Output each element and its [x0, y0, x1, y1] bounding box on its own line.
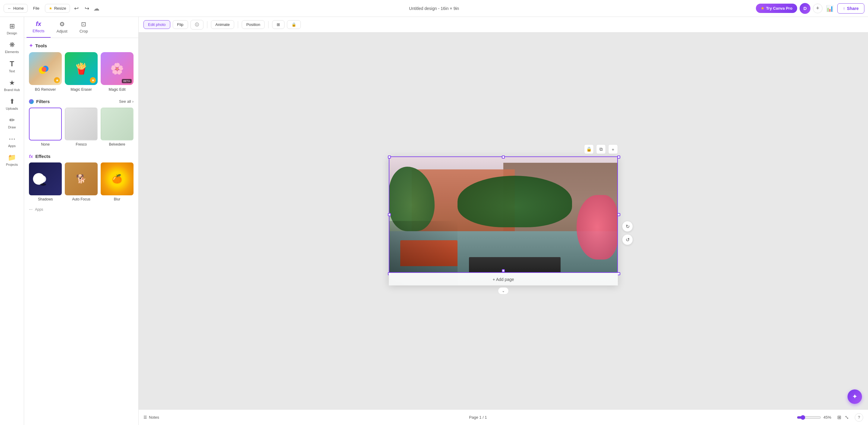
- notes-button[interactable]: ☰ Notes: [144, 415, 159, 420]
- canvas-viewport[interactable]: 🔒 ⧉ +: [138, 33, 868, 409]
- bottom-bar: ☰ Notes Page 1 / 1 45% ⊞ ⤡ ?: [138, 409, 868, 425]
- animate-button[interactable]: Animate: [211, 20, 235, 29]
- effect-blur-preview: 🍊: [101, 162, 133, 195]
- rotate-button[interactable]: ↻: [622, 221, 633, 232]
- help-button[interactable]: ?: [855, 413, 863, 422]
- magic-edit-preview: 🌸 BETA: [101, 52, 133, 85]
- tool-magic-edit[interactable]: 🌸 BETA Magic Edit: [101, 52, 133, 92]
- canvas-area: Edit photo Flip ⓘ Animate Position ⊞ 🔒: [138, 17, 868, 425]
- text-icon: T: [10, 60, 14, 68]
- sidebar-item-elements[interactable]: ❋ Elements: [1, 38, 23, 57]
- sidebar-item-design-label: Design: [7, 31, 17, 35]
- top-controls: 🔒 ⧉ +: [584, 144, 618, 154]
- position-button[interactable]: Position: [242, 20, 265, 29]
- duplicate-ctrl-button[interactable]: ⧉: [596, 144, 606, 154]
- right-controls: ↻ ↺: [622, 221, 633, 245]
- edit-photo-button[interactable]: Edit photo: [144, 20, 170, 29]
- tab-adjust[interactable]: ⚙ Adjust: [51, 17, 73, 38]
- add-page-label: + Add page: [493, 277, 514, 282]
- canvas-image: [389, 156, 618, 285]
- see-all-button[interactable]: See all ›: [119, 99, 133, 104]
- info-button[interactable]: ⓘ: [190, 20, 204, 30]
- analytics-button[interactable]: 📊: [825, 4, 835, 13]
- sidebar-item-uploads[interactable]: ⬆ Uploads: [1, 95, 23, 113]
- crop-tab-label: Crop: [80, 29, 88, 33]
- brand-hub-icon: ★: [9, 79, 15, 87]
- show-hide-icon: ⌄: [502, 289, 505, 293]
- share-icon: ↑: [843, 6, 845, 11]
- tab-crop[interactable]: ⊡ Crop: [73, 17, 94, 38]
- add-page-bar[interactable]: + Add page: [389, 273, 618, 285]
- sidebar-item-brand-hub[interactable]: ★ Brand Hub: [1, 76, 23, 95]
- filter-fresco[interactable]: Fresco: [65, 108, 98, 147]
- sidebar-item-draw-label: Draw: [8, 125, 16, 129]
- add-ctrl-button[interactable]: +: [608, 144, 618, 154]
- grid-view-button[interactable]: ⊞: [836, 413, 842, 421]
- try-pro-star-icon: ★: [761, 6, 764, 10]
- boat-center: [469, 257, 561, 272]
- share-button[interactable]: ↑ Share: [837, 3, 864, 13]
- effect-auto-focus[interactable]: 🐕 Auto Focus: [65, 162, 98, 201]
- tools-label: Tools: [35, 43, 47, 48]
- fullscreen-button[interactable]: ⤡: [844, 413, 850, 421]
- magic-edit-beta-badge: BETA: [122, 79, 132, 83]
- home-label: Home: [13, 6, 24, 10]
- lock-button[interactable]: 🔒: [287, 20, 301, 29]
- effect-autofocus-label: Auto Focus: [72, 197, 90, 201]
- filters-circle-icon: [29, 99, 34, 104]
- filter-belvedere[interactable]: Belvedere: [101, 108, 133, 147]
- add-account-button[interactable]: +: [813, 4, 823, 13]
- home-button[interactable]: ← Home: [4, 4, 28, 13]
- transparency-button[interactable]: ⊞: [272, 20, 284, 29]
- filters-label: Filters: [36, 99, 50, 104]
- view-buttons: ⊞ ⤡: [836, 413, 850, 421]
- sidebar-item-elements-label: Elements: [5, 50, 19, 54]
- resize-button[interactable]: ★ Resize: [45, 4, 70, 13]
- tab-effects[interactable]: fx Effects: [27, 17, 51, 38]
- projects-icon: 📁: [8, 154, 16, 161]
- resize-label: Resize: [54, 6, 66, 10]
- tool-bg-remover[interactable]: ★ BG Remover: [29, 52, 62, 92]
- top-bar-right: ★ Try Canva Pro D + 📊 ↑ Share: [650, 3, 864, 14]
- apps-dots-icon: ⋯: [29, 207, 33, 212]
- sidebar-item-design[interactable]: ⊞ Design: [1, 19, 23, 38]
- svg-point-2: [41, 67, 46, 72]
- filter-none-label: None: [41, 142, 50, 147]
- magic-assistant-button[interactable]: ✦: [847, 389, 862, 404]
- position-label: Position: [246, 22, 260, 27]
- sidebar-item-apps[interactable]: ⋯ Apps: [1, 132, 23, 151]
- apps-hint: ⋯ Apps: [29, 207, 133, 212]
- effect-autofocus-preview: 🐕: [65, 162, 98, 195]
- effects-tab-label: Effects: [33, 29, 44, 33]
- filter-none-preview: [29, 108, 62, 141]
- sidebar-item-projects[interactable]: 📁 Projects: [1, 151, 23, 170]
- show-hide-panel[interactable]: ⌄: [498, 287, 509, 295]
- file-button[interactable]: File: [30, 4, 42, 12]
- undo-button[interactable]: ↩: [72, 3, 81, 13]
- lock-icon: 🔒: [291, 22, 296, 27]
- flip-button[interactable]: Flip: [173, 20, 188, 29]
- avatar[interactable]: D: [800, 3, 810, 14]
- filter-belvedere-preview: [101, 108, 133, 141]
- sidebar-item-brand-hub-label: Brand Hub: [4, 88, 20, 92]
- redo-button[interactable]: ↪: [83, 3, 91, 13]
- sidebar-item-draw[interactable]: ✏ Draw: [1, 113, 23, 132]
- share-label: Share: [847, 6, 859, 11]
- magic-edit-label: Magic Edit: [108, 87, 125, 92]
- sidebar-item-text[interactable]: T Text: [1, 57, 23, 76]
- try-pro-button[interactable]: ★ Try Canva Pro: [756, 4, 797, 13]
- effect-blur[interactable]: 🍊 Blur: [101, 162, 133, 201]
- zoom-slider[interactable]: [797, 415, 821, 420]
- effect-shadows[interactable]: Shadows: [29, 162, 62, 201]
- top-bar-center: Untitled design - 16in × 9in: [220, 6, 648, 11]
- effect-shadows-label: Shadows: [38, 197, 53, 201]
- lock-ctrl-button[interactable]: 🔒: [584, 144, 594, 154]
- tool-magic-eraser[interactable]: 🍟 ★ Magic Eraser: [65, 52, 98, 92]
- toolbar-separator-3: [268, 21, 269, 28]
- filters-grid: None Fresco Belvedere: [29, 108, 133, 147]
- toolbar-separator-1: [207, 21, 207, 28]
- filters-header: Filters See all ›: [29, 99, 133, 104]
- effects-grid: Shadows 🐕 Auto Focus 🍊: [29, 162, 133, 201]
- refresh-button[interactable]: ↺: [622, 234, 633, 245]
- filter-none[interactable]: None: [29, 108, 62, 147]
